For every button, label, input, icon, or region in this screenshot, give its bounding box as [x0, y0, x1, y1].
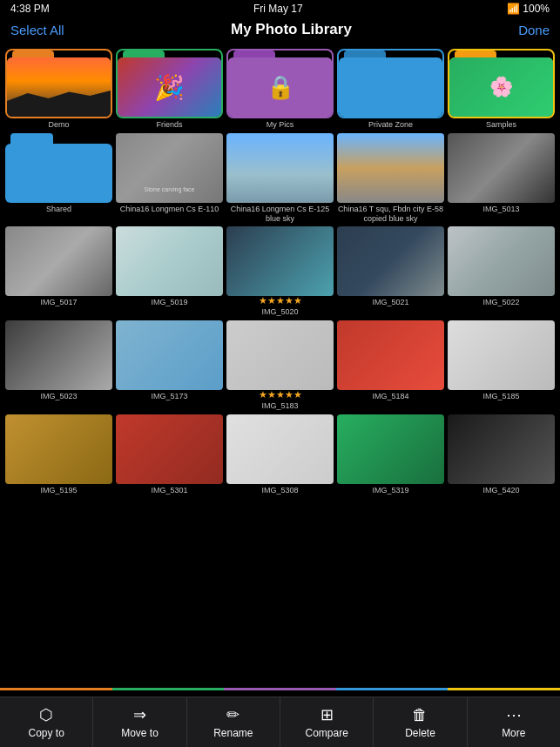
- folder-samples-label: Samples: [486, 120, 516, 130]
- progress-seg-2: [112, 688, 225, 690]
- more-button[interactable]: ⋯ More: [468, 697, 560, 747]
- photo-img5019-label: IMG_5019: [151, 298, 187, 307]
- folder-demo[interactable]: Demo: [5, 49, 112, 130]
- photo-img5173-label: IMG_5173: [151, 392, 187, 401]
- photo-img5183[interactable]: ★★★★★ IMG_5183: [226, 320, 334, 411]
- more-icon: ⋯: [506, 705, 522, 724]
- photo-img5185[interactable]: IMG_5185: [448, 320, 555, 411]
- photo-img5308-label: IMG_5308: [261, 486, 298, 495]
- progress-seg-1: [0, 688, 112, 690]
- copy-icon: ⬡: [39, 705, 53, 724]
- folder-shared-label: Shared: [46, 205, 71, 214]
- photo-img5195-label: IMG_5195: [40, 486, 77, 495]
- photo-china16-cs-e125-label: China16 Longmen Cs E-125 blue sky: [226, 205, 334, 224]
- photo-china16-t-squ-label: China16 T squ, Fbdn city E-58 copied blu…: [337, 205, 444, 224]
- copy-to-label: Copy to: [28, 727, 64, 739]
- page-title: My Photo Library: [231, 21, 352, 38]
- photo-img5022-label: IMG_5022: [482, 298, 519, 307]
- photo-img5301[interactable]: IMG_5301: [116, 414, 223, 495]
- photo-china16-e110-label: China16 Longmen Cs E-110: [120, 205, 219, 214]
- folder-shared[interactable]: Shared: [5, 133, 112, 224]
- photo-img5019[interactable]: IMG_5019: [116, 226, 223, 317]
- photo-img5017-label: IMG_5017: [40, 298, 77, 307]
- rename-label: Rename: [213, 727, 253, 739]
- delete-label: Delete: [405, 727, 435, 739]
- photo-img5023-label: IMG_5023: [40, 392, 77, 401]
- photo-img5020[interactable]: ★★★★★ IMG_5020: [226, 226, 334, 317]
- folder-mypics[interactable]: 🔒 My Pics: [226, 49, 334, 130]
- status-bar: 4:38 PM Fri May 17 📶 100%: [0, 0, 560, 17]
- photo-img5183-label: IMG_5183: [261, 401, 298, 411]
- progress-seg-3: [224, 688, 336, 690]
- photo-img5020-stars: ★★★★★: [259, 296, 302, 306]
- photo-img5020-label: IMG_5020: [261, 307, 298, 317]
- status-time: 4:38 PM: [10, 3, 50, 15]
- delete-icon: 🗑: [412, 706, 428, 724]
- folder-friends[interactable]: 🎉 Friends: [116, 49, 223, 130]
- photo-img5017[interactable]: IMG_5017: [5, 226, 112, 317]
- photo-grid-scroll[interactable]: Demo 🎉 Friends 🔒 My Pics: [0, 45, 560, 688]
- photo-img5308[interactable]: IMG_5308: [226, 414, 334, 495]
- photo-img5195[interactable]: IMG_5195: [5, 414, 112, 495]
- move-icon: ⇒: [133, 705, 146, 724]
- photo-img5023[interactable]: IMG_5023: [5, 320, 112, 411]
- photo-china16-t-squ[interactable]: China16 T squ, Fbdn city E-58 copied blu…: [337, 133, 444, 224]
- photo-china16-cs-e125[interactable]: China16 Longmen Cs E-125 blue sky: [226, 133, 334, 224]
- photo-img5420[interactable]: IMG_5420: [448, 414, 555, 495]
- photo-china16-e110[interactable]: Stone carving face China16 Longmen Cs E-…: [116, 133, 223, 224]
- folder-demo-label: Demo: [48, 120, 69, 130]
- compare-label: Compare: [305, 727, 347, 739]
- status-day: Fri May 17: [253, 3, 303, 15]
- photo-grid: Demo 🎉 Friends 🔒 My Pics: [5, 49, 555, 495]
- move-to-label: Move to: [121, 727, 159, 739]
- toolbar: ⬡ Copy to ⇒ Move to ✏ Rename ⊞ Compare 🗑…: [0, 697, 560, 747]
- folder-private-label: Private Zone: [368, 120, 413, 130]
- photo-img5319-label: IMG_5319: [372, 486, 408, 495]
- rename-icon: ✏: [226, 705, 240, 724]
- folder-friends-label: Friends: [156, 120, 182, 130]
- folder-mypics-label: My Pics: [267, 120, 294, 130]
- progress-row: [0, 688, 560, 690]
- progress-seg-4: [336, 688, 449, 690]
- photo-img5173[interactable]: IMG_5173: [116, 320, 223, 411]
- photo-img5185-label: IMG_5185: [482, 392, 519, 401]
- photo-img5184[interactable]: IMG_5184: [337, 320, 444, 411]
- delete-button[interactable]: 🗑 Delete: [374, 697, 467, 747]
- status-wifi-battery: 📶 100%: [507, 3, 550, 15]
- battery-text: 100%: [523, 3, 550, 15]
- photo-img5021[interactable]: IMG_5021: [337, 226, 444, 317]
- compare-button[interactable]: ⊞ Compare: [280, 697, 374, 747]
- folder-private[interactable]: Private Zone: [337, 49, 444, 130]
- folder-samples[interactable]: 🌸 Samples: [448, 49, 555, 130]
- move-to-button[interactable]: ⇒ Move to: [93, 697, 186, 747]
- photo-img5183-stars: ★★★★★: [259, 390, 302, 400]
- photo-img5319[interactable]: IMG_5319: [337, 414, 444, 495]
- photo-img5013-label: IMG_5013: [482, 205, 519, 214]
- copy-to-button[interactable]: ⬡ Copy to: [0, 697, 93, 747]
- photo-img5021-label: IMG_5021: [372, 298, 408, 307]
- wifi-icon: 📶: [507, 3, 520, 15]
- progress-seg-5: [448, 688, 560, 690]
- photo-img5184-label: IMG_5184: [372, 392, 408, 401]
- nav-bar: Select All My Photo Library Done: [0, 17, 560, 45]
- photo-img5013[interactable]: IMG_5013: [448, 133, 555, 224]
- photo-img5022[interactable]: IMG_5022: [448, 226, 555, 317]
- photo-img5301-label: IMG_5301: [151, 486, 187, 495]
- photo-img5420-label: IMG_5420: [482, 486, 519, 495]
- compare-icon: ⊞: [320, 705, 334, 724]
- rename-button[interactable]: ✏ Rename: [187, 697, 280, 747]
- select-all-button[interactable]: Select All: [10, 23, 64, 37]
- more-label: More: [502, 727, 525, 739]
- done-button[interactable]: Done: [518, 23, 550, 37]
